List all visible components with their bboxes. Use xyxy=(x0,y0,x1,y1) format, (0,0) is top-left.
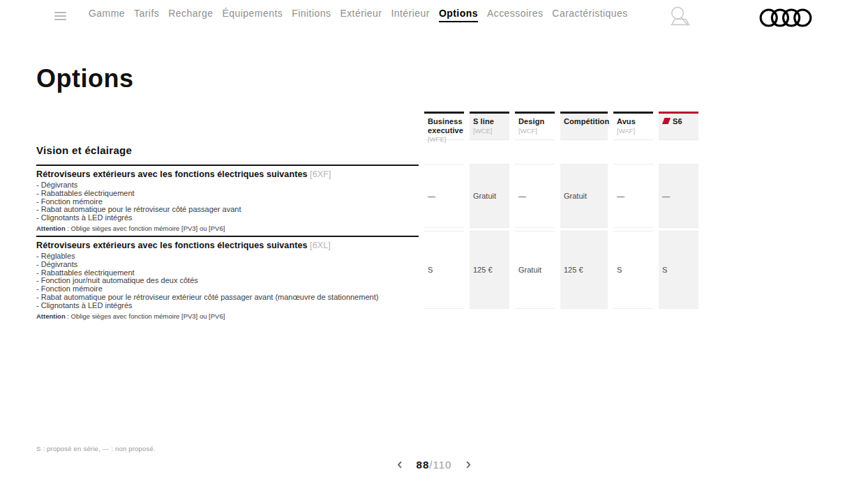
cell-6xf-avus: — xyxy=(613,164,653,228)
attention-note: Attention : Oblige sièges avec fonction … xyxy=(36,312,419,320)
column-header-avus: Avus [WAF] xyxy=(613,112,653,140)
nav-item-equipements[interactable]: Équipements xyxy=(223,8,283,21)
option-code: [6XF] xyxy=(310,169,331,179)
column-header-business-executive: Business executive [WFE] xyxy=(424,112,464,140)
nav-item-tarifs[interactable]: Tarifs xyxy=(134,8,159,21)
cell-6xf-s6: — xyxy=(659,164,698,228)
option-row-6xl: Rétroviseurs extérieurs avec les fonctio… xyxy=(36,241,419,320)
option-row-6xf: Rétroviseurs extérieurs avec les fonctio… xyxy=(36,169,419,232)
cell-6xf-s-line: Gratuit xyxy=(470,164,509,228)
row-divider xyxy=(36,236,419,237)
cell-6xl-design: Gratuit xyxy=(515,231,555,309)
nav-item-interieur[interactable]: Intérieur xyxy=(391,8,429,21)
section-title: Vision et éclairage xyxy=(36,144,419,156)
nav-item-accessoires[interactable]: Accessoires xyxy=(487,8,543,21)
cell-6xl-avus: S xyxy=(613,231,653,309)
nav-item-gamme[interactable]: Gamme xyxy=(89,8,125,21)
legend-note: S : proposé en série, — : non proposé. xyxy=(36,445,156,452)
next-page-button[interactable]: › xyxy=(464,457,472,471)
feature-line: - Rabat automatique pour le rétroviseur … xyxy=(36,293,419,302)
attention-note: Attention : Oblige sièges avec fonction … xyxy=(36,224,419,232)
page-title: Options xyxy=(36,64,133,93)
nav-item-exterieur[interactable]: Extérieur xyxy=(340,8,382,21)
prev-page-button[interactable]: ‹ xyxy=(396,457,403,471)
cell-6xf-business-executive: — xyxy=(424,164,464,228)
car-search-icon[interactable] xyxy=(667,6,694,29)
feature-line: - Réglables xyxy=(36,252,419,261)
column-header-s-line: S line [WCE] xyxy=(470,112,509,140)
options-page: Gamme Tarifs Recharge Équipements Finiti… xyxy=(0,0,868,488)
nav-item-finitions[interactable]: Finitions xyxy=(292,8,331,21)
option-title: Rétroviseurs extérieurs avec les fonctio… xyxy=(36,169,419,179)
option-title: Rétroviseurs extérieurs avec les fonctio… xyxy=(36,241,419,250)
options-descriptions: Vision et éclairage Rétroviseurs extérie… xyxy=(36,144,419,323)
pagination: ‹ 88/110 › xyxy=(0,457,868,471)
cell-6xf-competition: Gratuit xyxy=(560,164,608,228)
column-header-design: Design [WCF] xyxy=(515,112,555,140)
cell-6xf-design: — xyxy=(515,164,555,228)
nav-item-caracteristiques[interactable]: Caractéristiques xyxy=(552,8,627,21)
feature-line: - Dégivrants xyxy=(36,261,419,269)
nav-menu: Gamme Tarifs Recharge Équipements Finiti… xyxy=(89,8,628,22)
options-table: Business executive [WFE] S line [WCE] De… xyxy=(424,112,698,309)
column-header-s6: S6 xyxy=(659,112,698,140)
feature-line: - Clignotants à LED intégrés xyxy=(36,214,419,222)
cell-6xl-competition: 125 € xyxy=(560,231,608,309)
feature-line: - Rabattables électriquement xyxy=(36,190,419,198)
feature-line: - Clignotants à LED intégrés xyxy=(36,302,419,310)
cell-6xl-s6: S xyxy=(659,231,698,309)
top-navigation: Gamme Tarifs Recharge Équipements Finiti… xyxy=(0,0,868,33)
cell-6xl-s-line: 125 € xyxy=(470,231,509,309)
s-model-badge-icon xyxy=(662,118,671,124)
section-divider xyxy=(36,165,419,166)
nav-item-recharge[interactable]: Recharge xyxy=(168,8,213,21)
option-code: [6XL] xyxy=(310,241,331,250)
audi-rings-logo[interactable] xyxy=(759,8,812,27)
column-header-competition: Compétition xyxy=(560,112,608,140)
cell-6xl-business-executive: S xyxy=(424,231,464,309)
page-indicator: 88/110 xyxy=(417,459,452,471)
nav-item-options[interactable]: Options xyxy=(439,8,478,22)
menu-icon[interactable] xyxy=(54,12,66,22)
